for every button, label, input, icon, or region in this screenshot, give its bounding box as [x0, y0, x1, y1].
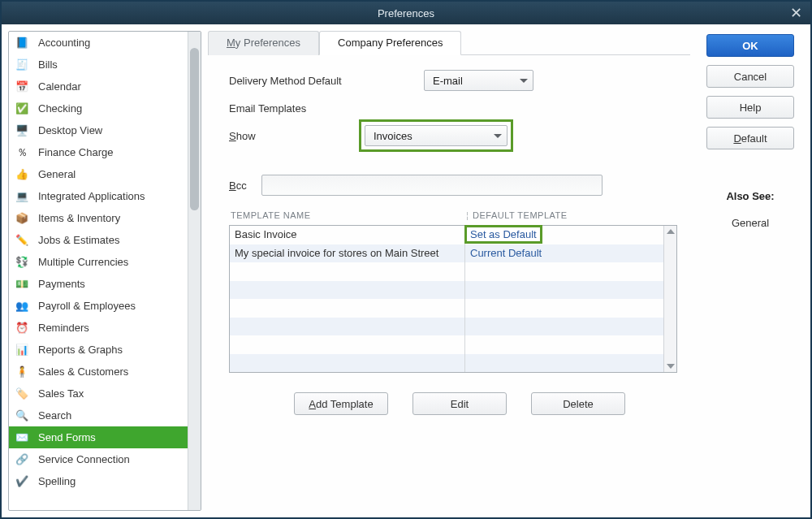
table-scrollbar[interactable]: [663, 226, 676, 372]
customers-icon: 🧍: [14, 364, 30, 380]
table-row-empty: [230, 354, 663, 373]
sidebar-item-label: General: [38, 168, 76, 180]
sidebar-item-search[interactable]: 🔍Search: [9, 404, 188, 426]
sidebar-item-label: Service Connection: [38, 453, 130, 465]
template-name-cell: [230, 354, 465, 373]
delivery-method-select[interactable]: E-mail: [424, 70, 533, 91]
default-template-cell[interactable]: Set as Default: [465, 226, 663, 244]
percent-icon: ％: [14, 145, 30, 161]
sidebar-item-sales-tax[interactable]: 🏷️Sales Tax: [9, 383, 188, 404]
template-name-cell: [230, 262, 465, 281]
template-name-cell: [230, 281, 465, 300]
sidebar-item-desktop-view[interactable]: 🖥️Desktop View: [9, 119, 188, 141]
sidebar-item-checking[interactable]: ✅Checking: [9, 97, 188, 119]
sidebar-item-spelling[interactable]: ✔️Spelling: [9, 470, 188, 492]
sidebar-item-label: Payments: [38, 278, 85, 290]
tab-my-prefs-rest: y Preferences: [235, 37, 300, 49]
template-name-cell: My special invoice for stores on Main St…: [230, 244, 465, 263]
sidebar-item-label: Bills: [38, 58, 58, 71]
sidebar-item-reminders[interactable]: ⏰Reminders: [9, 317, 188, 339]
template-name-cell: Basic Invoice: [230, 226, 465, 244]
template-name-cell: [230, 335, 465, 354]
sidebar-item-multiple-currencies[interactable]: 💱Multiple Currencies: [9, 251, 188, 273]
show-value: Invoices: [374, 130, 412, 142]
book-icon: 📘: [14, 35, 30, 51]
sidebar-item-jobs-estimates[interactable]: ✏️Jobs & Estimates: [9, 229, 188, 251]
delete-button[interactable]: Delete: [531, 392, 625, 415]
tab-my-prefs-mnemonic: M: [227, 37, 235, 49]
delivery-method-label: Delivery Method Default: [229, 75, 359, 87]
tax-icon: 🏷️: [14, 386, 30, 402]
default-template-cell[interactable]: Current Default: [465, 244, 663, 263]
sidebar-item-label: Sales Tax: [38, 387, 84, 400]
table-row-empty: [230, 281, 663, 300]
action-column: OK Cancel Help Default Also See: General: [697, 31, 804, 511]
also-see-section: Also See: General: [697, 190, 804, 229]
table-row[interactable]: My special invoice for stores on Main St…: [230, 244, 663, 263]
sidebar-item-calendar[interactable]: 📅Calendar: [9, 76, 188, 97]
sidebar-item-items-inventory[interactable]: 📦Items & Inventory: [9, 207, 188, 229]
connection-icon: 🔗: [14, 452, 30, 468]
sidebar-item-label: Multiple Currencies: [38, 256, 128, 268]
sidebar-list: 📘Accounting🧾Bills📅Calendar✅Checking🖥️Des…: [9, 32, 188, 510]
scroll-down-icon[interactable]: [667, 364, 675, 369]
sidebar-item-integrated-applications[interactable]: 💻Integrated Applications: [9, 185, 188, 207]
table-row[interactable]: Basic InvoiceSet as Default: [230, 226, 663, 244]
titlebar: Preferences ✕: [2, 2, 810, 24]
sidebar: 📘Accounting🧾Bills📅Calendar✅Checking🖥️Des…: [8, 31, 201, 511]
sidebar-item-label: Finance Charge: [38, 146, 114, 158]
window-title: Preferences: [378, 7, 434, 19]
show-select[interactable]: Invoices: [365, 125, 508, 146]
sidebar-item-service-connection[interactable]: 🔗Service Connection: [9, 448, 188, 470]
sidebar-item-general[interactable]: 👍General: [9, 163, 188, 185]
ok-button[interactable]: OK: [706, 34, 794, 57]
tab-company-preferences[interactable]: Company Preferences: [319, 31, 461, 55]
scroll-up-icon[interactable]: [667, 229, 675, 234]
help-button[interactable]: Help: [706, 96, 794, 119]
bcc-input[interactable]: [261, 175, 603, 196]
sidebar-item-payroll-employees[interactable]: 👥Payroll & Employees: [9, 295, 188, 317]
edit-button[interactable]: Edit: [412, 392, 507, 415]
sidebar-item-payments[interactable]: 💵Payments: [9, 273, 188, 295]
window-body: 📘Accounting🧾Bills📅Calendar✅Checking🖥️Des…: [2, 24, 810, 517]
table-row-empty: [230, 262, 663, 281]
sidebar-item-finance-charge[interactable]: ％Finance Charge: [9, 141, 188, 163]
check-icon: ✅: [14, 101, 30, 117]
sidebar-item-label: Send Forms: [38, 431, 96, 443]
inventory-icon: 📦: [14, 210, 30, 227]
sidebar-item-label: Reminders: [38, 322, 89, 334]
also-see-header: Also See:: [697, 190, 804, 202]
bills-icon: 🧾: [14, 57, 30, 73]
default-button[interactable]: Default: [706, 127, 794, 149]
also-see-general-link[interactable]: General: [697, 217, 804, 229]
default-template-cell: [465, 281, 663, 300]
tab-company-prefs-label: Company Preferences: [338, 37, 443, 49]
tab-my-preferences[interactable]: My Preferences: [208, 31, 319, 55]
sidebar-item-send-forms[interactable]: ✉️Send Forms: [9, 426, 188, 448]
table-body: Basic InvoiceSet as DefaultMy special in…: [229, 225, 677, 373]
spelling-icon: ✔️: [14, 474, 30, 490]
currency-icon: 💱: [14, 254, 30, 270]
set-as-default-link[interactable]: Set as Default: [464, 225, 542, 244]
show-label: Show: [229, 130, 359, 142]
show-select-highlight: Invoices: [359, 119, 513, 152]
show-row: Show Invoices: [229, 119, 677, 152]
delivery-method-row: Delivery Method Default E-mail: [229, 70, 677, 91]
sidebar-item-bills[interactable]: 🧾Bills: [9, 54, 188, 76]
cancel-button[interactable]: Cancel: [706, 65, 794, 88]
sidebar-item-label: Sales & Customers: [38, 365, 128, 378]
add-template-button[interactable]: Add Template: [294, 392, 388, 415]
table-row-empty: [230, 335, 663, 354]
default-template-cell: [465, 335, 663, 354]
send-icon: ✉️: [14, 430, 30, 446]
template-name-cell: [230, 299, 465, 318]
sidebar-item-sales-customers[interactable]: 🧍Sales & Customers: [9, 361, 188, 383]
sidebar-item-label: Integrated Applications: [38, 190, 145, 202]
sidebar-item-reports-graphs[interactable]: 📊Reports & Graphs: [9, 339, 188, 361]
company-prefs-panel: Delivery Method Default E-mail Email Tem…: [208, 55, 690, 511]
sidebar-item-accounting[interactable]: 📘Accounting: [9, 32, 188, 54]
sidebar-scrollbar-thumb[interactable]: [190, 48, 199, 210]
preferences-window: Preferences ✕ 📘Accounting🧾Bills📅Calendar…: [0, 0, 812, 519]
close-icon[interactable]: ✕: [790, 4, 802, 22]
sidebar-scrollbar[interactable]: [188, 32, 201, 510]
